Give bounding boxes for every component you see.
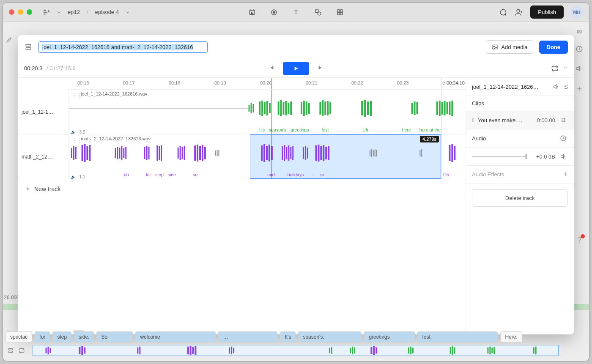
- svg-rect-23: [269, 103, 271, 113]
- svg-rect-20: [261, 101, 263, 116]
- svg-rect-12: [26, 48, 31, 49]
- waveform-green: [69, 99, 466, 118]
- playhead[interactable]: [271, 134, 271, 179]
- speaker-icon[interactable]: [559, 152, 568, 161]
- word[interactable]: sir: [320, 172, 325, 177]
- clips-label: Clips: [472, 100, 484, 107]
- svg-rect-153: [535, 347, 537, 354]
- svg-rect-37: [327, 101, 329, 115]
- word[interactable]: for: [146, 172, 151, 177]
- minimize-window-icon[interactable]: [18, 9, 23, 15]
- word[interactable]: step: [155, 172, 164, 177]
- shapes-icon[interactable]: [313, 8, 323, 17]
- svg-rect-19: [259, 101, 260, 115]
- track-body[interactable]: ⋮⋮ joel_1_12-14-2022_162616.wav: [69, 90, 466, 134]
- close-window-icon[interactable]: [9, 9, 14, 15]
- comment-icon[interactable]: [498, 8, 507, 17]
- clock-icon[interactable]: [559, 134, 568, 143]
- end-marker[interactable]: [441, 78, 441, 89]
- clip-item[interactable]: ⫴ You even make … 0:00.00: [466, 111, 574, 129]
- publish-button[interactable]: Publish: [530, 5, 564, 19]
- word-chips: spectac for step side. So welcome … It's…: [4, 331, 586, 342]
- new-track-button[interactable]: ＋ New track: [18, 179, 466, 199]
- app-logo-icon[interactable]: [42, 8, 50, 16]
- word-chip[interactable]: …: [218, 331, 277, 342]
- svg-rect-134: [370, 347, 372, 354]
- skip-back-icon[interactable]: [268, 64, 274, 72]
- text-icon[interactable]: [291, 8, 301, 17]
- layers-icon[interactable]: [24, 43, 33, 51]
- word-chip[interactable]: Here,: [500, 331, 522, 342]
- composition-name-input[interactable]: joel_1_12-14-2022_162616 and matt-_2_12-…: [38, 41, 208, 53]
- plus-icon[interactable]: +: [563, 170, 568, 179]
- svg-point-115: [564, 121, 565, 122]
- track-header[interactable]: joel_1_12-1…: [18, 90, 69, 134]
- time-ruler[interactable]: 00:16 00:17 00:18 00:19 00:20 00:21 00:2…: [69, 78, 466, 90]
- done-button[interactable]: Done: [539, 41, 568, 54]
- add-media-label: Add media: [501, 44, 527, 50]
- add-user-icon[interactable]: [514, 8, 523, 17]
- word-chip[interactable]: welcome: [135, 331, 216, 342]
- time-total: / 01:27:15.9: [45, 65, 75, 71]
- skip-forward-icon[interactable]: [318, 64, 324, 72]
- playhead[interactable]: [271, 78, 271, 89]
- breadcrumb-episode[interactable]: episode 4: [95, 9, 119, 15]
- chevron-down-icon[interactable]: [563, 65, 568, 71]
- grid-icon[interactable]: [335, 8, 345, 17]
- svg-rect-51: [449, 101, 451, 115]
- record-icon[interactable]: [269, 8, 279, 17]
- avatar[interactable]: MH: [570, 6, 583, 19]
- word-chip[interactable]: fest.: [417, 331, 498, 342]
- end-marker: [441, 90, 441, 134]
- word-chip[interactable]: So: [96, 331, 133, 342]
- chevron-down-icon[interactable]: [124, 8, 132, 16]
- word[interactable]: fest: [321, 127, 329, 132]
- media-icon[interactable]: [247, 8, 257, 17]
- svg-rect-94: [292, 146, 293, 160]
- svg-rect-84: [261, 145, 263, 161]
- word[interactable]: ···: [312, 172, 316, 177]
- word-chip[interactable]: step: [52, 331, 71, 342]
- word-chip[interactable]: side.: [74, 331, 94, 342]
- playhead[interactable]: [271, 90, 271, 134]
- layers-icon[interactable]: [7, 347, 14, 355]
- word[interactable]: Uh: [362, 127, 368, 132]
- zoom-window-icon[interactable]: [27, 9, 32, 15]
- word[interactable]: side: [168, 172, 176, 177]
- svg-rect-35: [322, 100, 323, 116]
- play-button[interactable]: [283, 62, 309, 75]
- word-chip[interactable]: season's,: [298, 331, 362, 342]
- word-chip[interactable]: greetings: [364, 331, 415, 342]
- svg-rect-40: [364, 100, 366, 117]
- speaker-icon[interactable]: [551, 82, 561, 91]
- word[interactable]: here: [402, 127, 411, 132]
- mini-waveform[interactable]: [33, 345, 559, 356]
- word[interactable]: greetings: [291, 127, 309, 132]
- delete-track-button[interactable]: Delete track: [472, 189, 568, 207]
- solo-button[interactable]: S: [564, 84, 568, 90]
- loop-icon[interactable]: [550, 64, 559, 73]
- svg-rect-138: [331, 347, 332, 354]
- word[interactable]: It's: [259, 127, 265, 132]
- word-chip[interactable]: for: [35, 331, 50, 342]
- chevron-down-icon[interactable]: [55, 8, 63, 16]
- svg-rect-104: [370, 150, 370, 156]
- svg-rect-83: [218, 150, 219, 156]
- track-header[interactable]: matt-_2_12…: [18, 134, 69, 179]
- settings-icon[interactable]: [559, 115, 568, 125]
- word[interactable]: uh: [124, 172, 129, 177]
- word[interactable]: holidays: [288, 172, 304, 177]
- word-chip[interactable]: spectac: [5, 331, 32, 342]
- word-chip[interactable]: It's: [280, 331, 296, 342]
- word[interactable]: here at the: [419, 127, 441, 132]
- word[interactable]: Oh: [443, 172, 449, 177]
- track-body[interactable]: ⋮⋮ matt-_2_12-14-2022_132616.wav 4.279s: [69, 134, 466, 179]
- gain-slider[interactable]: [472, 156, 526, 157]
- word[interactable]: so: [193, 172, 197, 177]
- svg-rect-16: [249, 105, 250, 112]
- breadcrumb-project[interactable]: ep12: [68, 9, 80, 15]
- add-media-button[interactable]: Add media: [486, 40, 533, 54]
- plus-icon: +: [577, 84, 582, 94]
- word[interactable]: season's: [269, 127, 286, 132]
- loop-icon[interactable]: [18, 347, 25, 355]
